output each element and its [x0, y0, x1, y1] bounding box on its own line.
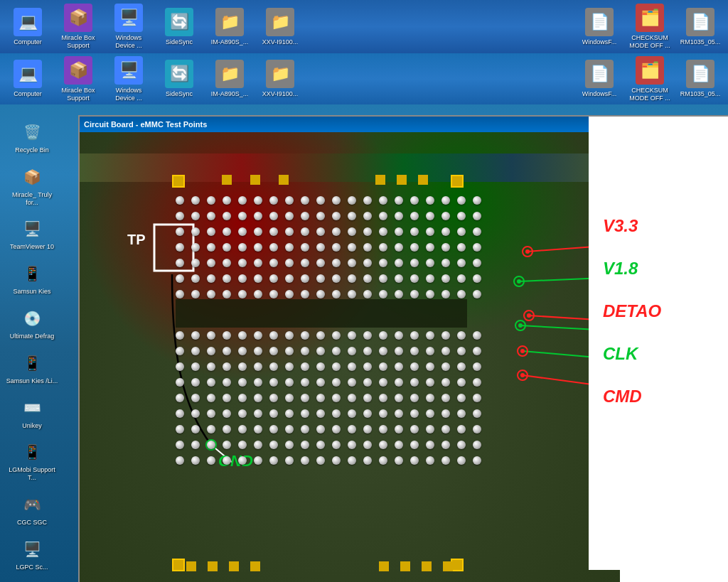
desktop-icon-samsung-kies-lite[interactable]: 📱 Samsun Kies /Li... — [4, 348, 60, 387]
taskbar-windowsf-right[interactable]: 📄 WindowsF... — [575, 5, 623, 49]
windowsf-right-icon: 📄 — [585, 8, 614, 36]
desktop-icon-recycle-bin[interactable]: 🗑️ Recycle Bin — [4, 117, 60, 156]
solder-ball — [285, 347, 294, 355]
solder-ball — [285, 394, 294, 402]
solder-ball — [316, 259, 325, 267]
solder-ball — [191, 425, 200, 433]
taskbar-checksum-right[interactable]: 🗂️ CHECKSUM MODE OFF ... — [626, 1, 674, 53]
solder-ball — [285, 441, 294, 449]
desktop-icon-cgc[interactable]: 🎮 CGC SGC — [4, 490, 60, 529]
solder-ball — [269, 259, 278, 267]
taskbar2-windowsf-right[interactable]: 📄 WindowsF... — [575, 57, 623, 101]
solder-ball — [457, 290, 466, 298]
taskbar2-miracle-box[interactable]: 📦 Miracle Box Support — [54, 53, 102, 105]
taskbar2-xxvi9100[interactable]: 📁 XXV-I9100... — [256, 57, 304, 101]
solder-ball — [457, 331, 466, 340]
taskbar2-ima890s[interactable]: 📁 IM-A890S_... — [205, 57, 254, 101]
solder-ball — [316, 243, 325, 252]
desktop-icon-unikey[interactable]: ⌨️ Unikey — [4, 393, 60, 432]
solder-ball — [410, 227, 419, 236]
solder-ball — [176, 394, 184, 402]
desktop-icon-lgpc[interactable]: 🖥️ LGPC Sc... — [4, 534, 60, 573]
solder-ball — [238, 290, 247, 298]
solder-ball — [426, 409, 434, 418]
taskbar-sidesync[interactable]: 🔄 SideSync — [155, 5, 203, 49]
yellow-marker-2 — [250, 175, 260, 185]
taskbar2-rm1035-right[interactable]: 📄 RM1035_05... — [676, 57, 724, 101]
miracle-label: Miracle_ Truly for... — [6, 191, 58, 207]
solder-ball — [269, 378, 278, 387]
solder-ball — [301, 259, 309, 267]
solder-ball — [426, 378, 434, 387]
solder-ball — [301, 290, 309, 298]
solder-ball — [363, 394, 372, 402]
solder-ball — [269, 227, 278, 236]
solder-ball — [207, 394, 215, 402]
solder-ball — [269, 362, 278, 371]
taskbar-xxvi9100[interactable]: 📁 XXV-I9100... — [256, 5, 304, 49]
solder-ball — [223, 362, 231, 371]
solder-ball — [363, 212, 372, 220]
samsung-kies-lite-icon: 📱 — [19, 350, 45, 376]
solder-ball — [348, 362, 356, 371]
solder-ball — [207, 331, 215, 340]
solder-ball — [176, 212, 184, 220]
taskbar2-checksum-right[interactable]: 🗂️ CHECKSUM MODE OFF ... — [626, 53, 674, 105]
desktop-icon-teamviewer[interactable]: 🖥️ TeamViewer 10 — [4, 214, 60, 253]
solder-ball — [176, 331, 184, 340]
solder-ball — [254, 196, 262, 205]
taskbar-ima890s[interactable]: 📁 IM-A890S_... — [205, 5, 254, 49]
solder-ball — [473, 243, 481, 252]
solder-ball — [269, 243, 278, 252]
taskbar-windows-device[interactable]: 🖥️ Windows Device ... — [105, 1, 153, 53]
solder-ball — [285, 362, 294, 371]
solder-ball — [285, 259, 294, 267]
taskbar-computer[interactable]: 💻 Computer — [4, 5, 52, 49]
solder-ball — [348, 378, 356, 387]
solder-ball — [254, 290, 262, 298]
solder-ball — [410, 331, 419, 340]
desktop-icon-samsung-kies[interactable]: 📱 Samsun Kies — [4, 259, 60, 298]
desktop-icon-lgmobile[interactable]: 📱 LGMobi Support T... — [4, 437, 60, 484]
solder-ball — [269, 196, 278, 205]
solder-ball — [441, 331, 450, 340]
samsung-kies-lite-label: Samsun Kies /Li... — [6, 377, 58, 385]
taskbar-miracle-box[interactable]: 📦 Miracle Box Support — [54, 1, 102, 53]
desktop-icon-potplayer[interactable]: ▶️ Daum Potplayer — [4, 579, 60, 582]
taskbar-ima890s-label: IM-A890S_... — [211, 38, 249, 46]
solder-ball — [457, 243, 466, 252]
solder-ball — [191, 290, 200, 298]
solder-ball — [223, 274, 231, 283]
solder-ball — [379, 425, 387, 433]
solder-ball — [473, 274, 481, 283]
solder-ball — [316, 290, 325, 298]
solder-ball — [441, 425, 450, 433]
solder-ball — [473, 441, 481, 449]
solder-ball — [254, 362, 262, 371]
solder-ball — [285, 331, 294, 340]
solder-ball — [441, 347, 450, 355]
solder-ball — [223, 456, 231, 465]
solder-ball — [332, 394, 341, 402]
taskbar2-computer[interactable]: 💻 Computer — [4, 57, 52, 101]
taskbar2-sidesync[interactable]: 🔄 SideSync — [155, 57, 203, 101]
miracle-box-icon: 📦 — [64, 4, 92, 32]
solder-ball — [379, 441, 387, 449]
solder-ball — [301, 441, 309, 449]
solder-ball — [301, 196, 309, 205]
solder-ball — [332, 347, 341, 355]
lgpc-icon: 🖥️ — [19, 537, 45, 562]
solder-ball — [269, 456, 278, 465]
solder-ball — [441, 441, 450, 449]
desktop-icon-ultimate-defrag[interactable]: 💿 Ultimate Defrag — [4, 303, 60, 343]
solder-ball — [379, 196, 387, 205]
solder-ball — [441, 290, 450, 298]
xxvi9100-icon: 📁 — [266, 8, 294, 36]
solder-ball — [176, 425, 184, 433]
solder-ball — [301, 394, 309, 402]
solder-ball — [223, 259, 231, 267]
taskbar-rm1035-right[interactable]: 📄 RM1035_05... — [676, 5, 724, 49]
taskbar2-windows-device[interactable]: 🖥️ Windows Device ... — [105, 53, 153, 105]
desktop-icon-miracle[interactable]: 📦 Miracle_ Truly for... — [4, 162, 60, 209]
solder-ball — [395, 331, 403, 340]
